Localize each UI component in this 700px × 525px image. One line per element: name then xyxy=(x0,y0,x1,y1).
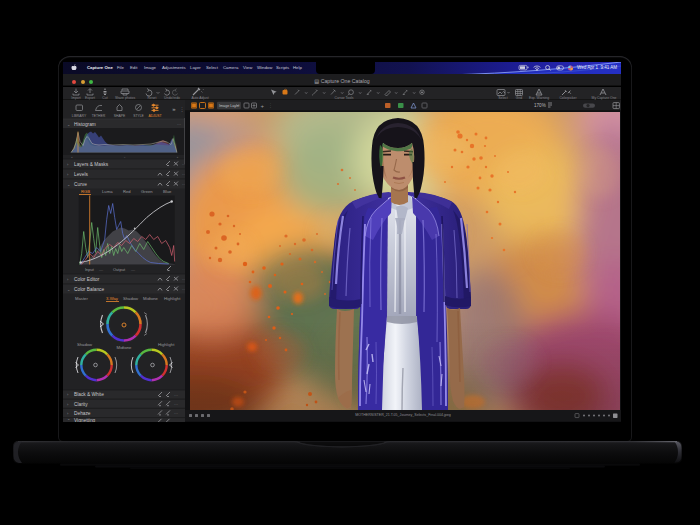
svg-text:170%: 170% xyxy=(534,103,546,108)
svg-text:Midtone: Midtone xyxy=(143,296,159,301)
svg-text:⋯: ⋯ xyxy=(174,393,178,398)
svg-text:ADJUST: ADJUST xyxy=(148,114,161,118)
svg-text:LIBRARY: LIBRARY xyxy=(72,114,87,118)
svg-text:3-Way: 3-Way xyxy=(106,296,119,301)
svg-text:⋯: ⋯ xyxy=(174,411,178,416)
svg-text:SHAPE: SHAPE xyxy=(114,114,126,118)
svg-text:⋯: ⋯ xyxy=(174,402,178,407)
svg-text:◂: ◂ xyxy=(71,156,73,159)
svg-text:—: — xyxy=(99,267,103,272)
svg-text:Curve: Curve xyxy=(74,182,87,187)
svg-text:▵: ▵ xyxy=(124,156,126,159)
svg-text:Midtone: Midtone xyxy=(117,345,133,350)
svg-text:Output: Output xyxy=(113,267,126,272)
svg-text:Shadow: Shadow xyxy=(123,296,139,301)
svg-text:—: — xyxy=(131,267,135,272)
svg-text:⌄: ⌄ xyxy=(67,287,70,292)
svg-text:Color Balance: Color Balance xyxy=(74,287,104,292)
svg-text:Luma: Luma xyxy=(102,189,113,194)
svg-text:Red: Red xyxy=(123,189,131,194)
svg-text:Clarity: Clarity xyxy=(74,402,88,407)
svg-text:⋮: ⋮ xyxy=(268,102,273,108)
svg-text:Vignetting: Vignetting xyxy=(74,418,96,422)
svg-text:Green: Green xyxy=(141,189,153,194)
svg-text:⋮: ⋮ xyxy=(180,106,185,112)
svg-text:Histogram: Histogram xyxy=(74,122,96,127)
svg-text:Master: Master xyxy=(75,296,88,301)
svg-text:»: » xyxy=(172,106,176,112)
svg-text:Color Editor: Color Editor xyxy=(74,277,100,282)
svg-text:RGB: RGB xyxy=(81,189,90,194)
svg-text:⌃: ⌃ xyxy=(67,418,70,422)
svg-text:Shadow: Shadow xyxy=(77,342,93,347)
svg-text:Levels: Levels xyxy=(74,172,88,177)
svg-text:TETHER: TETHER xyxy=(92,114,106,118)
svg-text:Black & White: Black & White xyxy=(74,392,104,397)
svg-text:▸: ▸ xyxy=(177,156,179,159)
svg-text:Highlight: Highlight xyxy=(164,296,181,301)
svg-text:⌄: ⌄ xyxy=(67,122,70,127)
svg-text:+: + xyxy=(261,103,265,109)
svg-text:Highlight: Highlight xyxy=(158,342,175,347)
svg-text:⌄: ⌄ xyxy=(67,182,70,187)
svg-text:Blue: Blue xyxy=(163,189,172,194)
svg-text:Dehaze: Dehaze xyxy=(74,411,91,416)
svg-text:⋯: ⋯ xyxy=(177,122,181,127)
svg-text:STYLE: STYLE xyxy=(133,114,144,118)
svg-text:Input: Input xyxy=(85,267,95,272)
svg-text:Layers & Masks: Layers & Masks xyxy=(74,162,109,167)
